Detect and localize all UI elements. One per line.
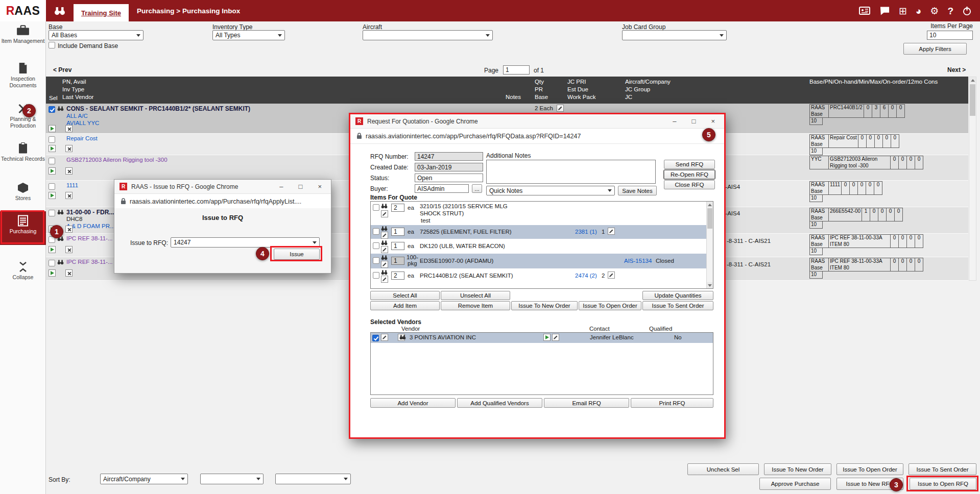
help-icon[interactable]: ? <box>947 6 953 16</box>
edit-pencil-icon[interactable] <box>608 228 615 235</box>
next-page-link[interactable]: Next > <box>947 66 966 73</box>
sidebar-item-purchasing[interactable]: Purchasing <box>0 211 46 245</box>
row-inv-type-link[interactable]: ALL A/C <box>66 113 88 119</box>
item-quote-link[interactable]: 2474 (2) <box>575 273 597 279</box>
add-item-button[interactable]: Add Item <box>370 301 440 310</box>
apply-filters-button[interactable]: Apply Filters <box>903 43 967 55</box>
approve-purchase-button[interactable]: Approve Purchase <box>759 478 831 490</box>
remove-icon[interactable] <box>65 145 73 152</box>
list-scrollbar[interactable] <box>706 202 713 288</box>
binoculars-icon[interactable] <box>54 6 66 15</box>
issue-to-new-order-button[interactable]: Issue To New Order <box>511 301 578 310</box>
add-grid-icon[interactable]: ⊞ <box>899 6 907 16</box>
edit-pencil-icon[interactable] <box>381 232 388 239</box>
prev-page-link[interactable]: < Prev <box>53 66 71 73</box>
sort-select-1[interactable]: Aircraft/Company <box>100 474 188 484</box>
row-select-checkbox[interactable] <box>49 136 55 143</box>
sidebar-item-inspection-documents[interactable]: Inspection Documents <box>0 62 46 88</box>
issue-button[interactable]: Issue <box>274 249 320 260</box>
base-filter-select[interactable]: All Bases <box>49 30 144 40</box>
row-select-checkbox[interactable] <box>49 260 55 266</box>
item-order-link[interactable]: AIS-15134 <box>624 258 652 264</box>
green-arrow-icon[interactable] <box>49 192 56 199</box>
green-arrow-icon[interactable] <box>49 269 56 277</box>
email-rfq-button[interactable]: Email RFQ <box>544 398 629 408</box>
scrollbar-thumb[interactable] <box>707 208 712 229</box>
row-select-checkbox[interactable] <box>49 183 55 190</box>
green-arrow-icon[interactable] <box>49 246 56 253</box>
edit-pencil-icon[interactable] <box>381 210 388 217</box>
binoculars-icon[interactable] <box>57 259 64 266</box>
send-rfq-button[interactable]: Send RFQ <box>664 160 715 169</box>
binoculars-icon[interactable] <box>399 334 406 341</box>
scroll-down-arrow[interactable] <box>707 282 713 288</box>
remove-icon[interactable] <box>65 167 73 175</box>
edit-pencil-icon[interactable] <box>608 271 615 279</box>
sort-select-3[interactable] <box>275 474 351 484</box>
sidebar-item-item-management[interactable]: Item Management <box>0 25 46 44</box>
reopen-rfq-button[interactable]: Re-Open RFQ <box>664 170 715 179</box>
item-checkbox[interactable] <box>373 272 379 279</box>
item-checkbox[interactable] <box>373 228 379 235</box>
remove-icon[interactable] <box>65 246 73 253</box>
address-bar[interactable]: raasais.aviationintertec.com/app/Purchas… <box>350 129 724 144</box>
list-item[interactable]: 1 ea DK120 (ULB, WATER BEACON) <box>371 239 713 254</box>
row-part-link[interactable]: 1111 <box>66 182 78 188</box>
issue-to-open-rfq-button[interactable]: Issue to Open RFQ <box>910 478 976 490</box>
uncheck-sel-button[interactable]: Uncheck Sel <box>687 463 759 475</box>
green-arrow-icon[interactable] <box>49 125 56 132</box>
scroll-up-arrow[interactable] <box>969 77 976 83</box>
select-all-button[interactable]: Select All <box>370 291 440 300</box>
edit-pencil-icon[interactable] <box>557 105 564 112</box>
page-number-input[interactable]: 1 <box>503 65 530 75</box>
minimize-icon[interactable]: – <box>279 183 283 190</box>
sidebar-item-stores[interactable]: Stores <box>0 182 46 202</box>
issue-to-open-order-button[interactable]: Issue To Open Order <box>836 463 903 475</box>
id-card-icon[interactable] <box>858 6 871 16</box>
update-quantities-button[interactable]: Update Quantities <box>642 291 713 300</box>
include-demand-base-checkbox[interactable] <box>49 42 55 48</box>
green-arrow-icon[interactable] <box>543 334 551 341</box>
issue-to-sent-order-button[interactable]: Issue To Sent Order <box>909 463 976 475</box>
settings-gear-icon[interactable]: ⚙ <box>930 6 939 16</box>
minimize-icon[interactable]: – <box>673 117 676 125</box>
chat-icon[interactable] <box>879 6 890 16</box>
power-icon[interactable] <box>962 6 972 16</box>
list-item[interactable]: 1 ea 725825 (ELEMENT, FUEL FILTER) 2381 … <box>371 225 713 239</box>
tab-training-site[interactable]: Training Site <box>74 4 129 21</box>
close-icon[interactable]: × <box>318 183 322 190</box>
items-per-page-input[interactable]: 10 <box>927 31 973 40</box>
edit-pencil-icon[interactable] <box>381 334 388 341</box>
job-card-group-select[interactable] <box>622 30 727 40</box>
row-select-checkbox[interactable] <box>49 106 55 113</box>
vendor-row[interactable]: 3 POINTS AVIATION INC Jennifer LeBlanc N… <box>371 333 713 343</box>
row-vendor-link[interactable]: A & D FOAM PR... <box>66 223 115 229</box>
list-item[interactable]: 1 100- pkg ED35E10907-00 (AFDAMU) AIS-15… <box>371 254 713 268</box>
remove-item-button[interactable]: Remove Item <box>441 301 510 310</box>
row-part-link[interactable]: Repair Cost <box>66 135 98 141</box>
item-checkbox[interactable] <box>373 204 379 211</box>
buyer-lookup-button[interactable]: ... <box>472 184 482 193</box>
row-part-link[interactable]: IPC REF 38-11-... <box>66 235 113 241</box>
issue-to-new-order-button[interactable]: Issue To New Order <box>764 463 831 475</box>
vertical-scrollbar[interactable] <box>969 77 976 281</box>
row-select-checkbox[interactable] <box>49 210 55 216</box>
maximize-icon[interactable]: □ <box>692 117 696 125</box>
add-qualified-vendors-button[interactable]: Add Qualified Vendors <box>457 398 542 408</box>
unselect-all-button[interactable]: Unselect All <box>441 291 510 300</box>
remove-icon[interactable] <box>65 192 73 199</box>
edit-pencil-icon[interactable] <box>381 276 388 283</box>
window-title-bar[interactable]: R Request For Quotation - Google Chrome … <box>350 114 724 129</box>
save-notes-button[interactable]: Save Notes <box>618 186 657 195</box>
scroll-up-arrow[interactable] <box>707 202 713 208</box>
item-qty-input[interactable]: 2 <box>391 204 404 212</box>
buyer-input[interactable]: AISAdmin <box>415 184 469 193</box>
item-qty-input[interactable]: 1 <box>391 242 404 250</box>
green-arrow-icon[interactable] <box>49 167 56 175</box>
edit-pencil-icon[interactable] <box>381 261 388 268</box>
inventory-type-select[interactable]: All Types <box>212 30 285 40</box>
sidebar-item-collapse[interactable]: Collapse <box>0 261 46 281</box>
quick-notes-select[interactable]: Quick Notes <box>486 186 615 195</box>
scrollbar-thumb[interactable] <box>970 84 975 116</box>
row-part-link[interactable]: GSB2712003 Aileron Rigging tool -300 <box>66 157 168 163</box>
